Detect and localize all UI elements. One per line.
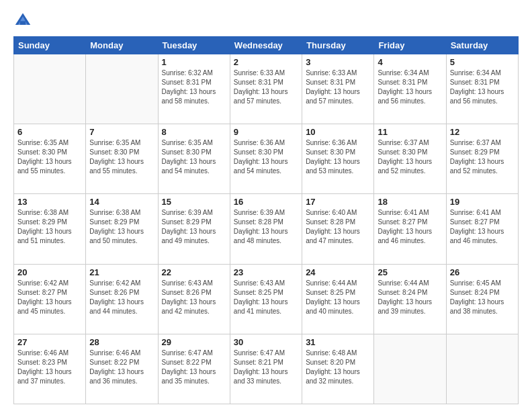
sunrise-text: Sunrise: 6:44 AM: [378, 279, 442, 288]
calendar-header-row: SundayMondayTuesdayWednesdayThursdayFrid…: [14, 37, 519, 54]
day-number: 1: [162, 57, 226, 67]
col-header-thursday: Thursday: [302, 37, 374, 54]
calendar-cell: 7Sunrise: 6:35 AMSunset: 8:30 PMDaylight…: [86, 124, 158, 194]
sunset-text: Sunset: 8:25 PM: [306, 288, 370, 298]
sunset-text: Sunset: 8:31 PM: [234, 78, 298, 87]
calendar-cell: 11Sunrise: 6:37 AMSunset: 8:30 PMDayligh…: [374, 124, 446, 194]
calendar-cell: 18Sunrise: 6:41 AMSunset: 8:27 PMDayligh…: [374, 194, 446, 264]
col-header-sunday: Sunday: [14, 37, 86, 54]
calendar-cell: [86, 54, 158, 124]
daylight-text: Daylight: 13 hours and 39 minutes.: [378, 298, 442, 316]
calendar-cell: 12Sunrise: 6:37 AMSunset: 8:29 PMDayligh…: [446, 124, 518, 194]
daylight-text: Daylight: 13 hours and 37 minutes.: [17, 367, 82, 386]
day-number: 3: [306, 57, 370, 67]
sunset-text: Sunset: 8:20 PM: [306, 358, 370, 367]
calendar-table: SundayMondayTuesdayWednesdayThursdayFrid…: [13, 36, 519, 404]
calendar-cell: 8Sunrise: 6:35 AMSunset: 8:30 PMDaylight…: [158, 124, 230, 194]
calendar-cell: 5Sunrise: 6:34 AMSunset: 8:31 PMDaylight…: [446, 54, 518, 124]
generalblue-logo-icon: [13, 11, 32, 30]
sunrise-text: Sunrise: 6:34 AM: [450, 68, 515, 78]
sunset-text: Sunset: 8:26 PM: [162, 288, 226, 298]
logo: [13, 11, 35, 30]
calendar-cell: 23Sunrise: 6:43 AMSunset: 8:25 PMDayligh…: [230, 264, 302, 334]
sunrise-text: Sunrise: 6:40 AM: [306, 208, 370, 218]
calendar-cell: 25Sunrise: 6:44 AMSunset: 8:24 PMDayligh…: [374, 264, 446, 334]
daylight-text: Daylight: 13 hours and 51 minutes.: [17, 227, 82, 246]
sunset-text: Sunset: 8:22 PM: [162, 358, 226, 367]
daylight-text: Daylight: 13 hours and 54 minutes.: [162, 157, 226, 176]
sunrise-text: Sunrise: 6:38 AM: [89, 208, 154, 218]
day-detail: Sunrise: 6:47 AMSunset: 8:21 PMDaylight:…: [234, 349, 298, 386]
sunrise-text: Sunrise: 6:41 AM: [450, 208, 515, 218]
sunrise-text: Sunrise: 6:32 AM: [162, 68, 226, 78]
day-number: 19: [450, 197, 515, 207]
day-detail: Sunrise: 6:38 AMSunset: 8:29 PMDaylight:…: [89, 208, 154, 246]
day-detail: Sunrise: 6:47 AMSunset: 8:22 PMDaylight:…: [162, 349, 226, 386]
day-detail: Sunrise: 6:36 AMSunset: 8:30 PMDaylight:…: [234, 138, 298, 176]
calendar-week-3: 13Sunrise: 6:38 AMSunset: 8:29 PMDayligh…: [14, 194, 519, 264]
day-detail: Sunrise: 6:44 AMSunset: 8:25 PMDaylight:…: [306, 279, 370, 316]
day-number: 11: [378, 127, 442, 137]
daylight-text: Daylight: 13 hours and 33 minutes.: [234, 367, 298, 386]
col-header-tuesday: Tuesday: [158, 37, 230, 54]
col-header-saturday: Saturday: [446, 37, 518, 54]
day-number: 16: [234, 197, 298, 207]
sunset-text: Sunset: 8:26 PM: [89, 288, 154, 298]
daylight-text: Daylight: 13 hours and 52 minutes.: [450, 157, 515, 176]
day-number: 14: [89, 197, 154, 207]
sunset-text: Sunset: 8:31 PM: [378, 78, 442, 87]
daylight-text: Daylight: 13 hours and 46 minutes.: [450, 227, 515, 246]
sunrise-text: Sunrise: 6:43 AM: [162, 279, 226, 288]
calendar-cell: 15Sunrise: 6:39 AMSunset: 8:29 PMDayligh…: [158, 194, 230, 264]
sunrise-text: Sunrise: 6:35 AM: [89, 138, 154, 148]
col-header-wednesday: Wednesday: [230, 37, 302, 54]
calendar-week-2: 6Sunrise: 6:35 AMSunset: 8:30 PMDaylight…: [14, 124, 519, 194]
sunset-text: Sunset: 8:30 PM: [17, 148, 82, 157]
day-number: 2: [234, 57, 298, 67]
sunrise-text: Sunrise: 6:46 AM: [17, 349, 82, 358]
sunset-text: Sunset: 8:30 PM: [89, 148, 154, 157]
day-number: 26: [450, 267, 515, 277]
daylight-text: Daylight: 13 hours and 41 minutes.: [234, 298, 298, 316]
sunrise-text: Sunrise: 6:39 AM: [162, 208, 226, 218]
sunrise-text: Sunrise: 6:37 AM: [378, 138, 442, 148]
calendar-cell: 31Sunrise: 6:48 AMSunset: 8:20 PMDayligh…: [302, 334, 374, 404]
sunrise-text: Sunrise: 6:46 AM: [89, 349, 154, 358]
day-detail: Sunrise: 6:33 AMSunset: 8:31 PMDaylight:…: [306, 68, 370, 106]
daylight-text: Daylight: 13 hours and 52 minutes.: [378, 157, 442, 176]
calendar-cell: 22Sunrise: 6:43 AMSunset: 8:26 PMDayligh…: [158, 264, 230, 334]
sunrise-text: Sunrise: 6:33 AM: [306, 68, 370, 78]
day-detail: Sunrise: 6:35 AMSunset: 8:30 PMDaylight:…: [17, 138, 82, 176]
day-number: 23: [234, 267, 298, 277]
calendar-cell: 20Sunrise: 6:42 AMSunset: 8:27 PMDayligh…: [14, 264, 86, 334]
sunset-text: Sunset: 8:27 PM: [17, 288, 82, 298]
day-number: 13: [17, 197, 82, 207]
day-detail: Sunrise: 6:41 AMSunset: 8:27 PMDaylight:…: [450, 208, 515, 246]
col-header-friday: Friday: [374, 37, 446, 54]
calendar-week-5: 27Sunrise: 6:46 AMSunset: 8:23 PMDayligh…: [14, 334, 519, 404]
daylight-text: Daylight: 13 hours and 36 minutes.: [89, 367, 154, 386]
day-detail: Sunrise: 6:43 AMSunset: 8:25 PMDaylight:…: [234, 279, 298, 316]
calendar-cell: 21Sunrise: 6:42 AMSunset: 8:26 PMDayligh…: [86, 264, 158, 334]
calendar-cell: 17Sunrise: 6:40 AMSunset: 8:28 PMDayligh…: [302, 194, 374, 264]
day-number: 4: [378, 57, 442, 67]
day-number: 22: [162, 267, 226, 277]
sunset-text: Sunset: 8:30 PM: [162, 148, 226, 157]
sunrise-text: Sunrise: 6:35 AM: [162, 138, 226, 148]
day-number: 27: [17, 337, 82, 347]
day-number: 8: [162, 127, 226, 137]
calendar-cell: 4Sunrise: 6:34 AMSunset: 8:31 PMDaylight…: [374, 54, 446, 124]
day-number: 17: [306, 197, 370, 207]
day-detail: Sunrise: 6:46 AMSunset: 8:23 PMDaylight:…: [17, 349, 82, 386]
day-number: 31: [306, 337, 370, 347]
sunrise-text: Sunrise: 6:34 AM: [378, 68, 442, 78]
sunrise-text: Sunrise: 6:43 AM: [234, 279, 298, 288]
calendar-week-4: 20Sunrise: 6:42 AMSunset: 8:27 PMDayligh…: [14, 264, 519, 334]
header: [13, 11, 519, 30]
daylight-text: Daylight: 13 hours and 56 minutes.: [378, 87, 442, 106]
sunrise-text: Sunrise: 6:42 AM: [17, 279, 82, 288]
sunset-text: Sunset: 8:29 PM: [162, 218, 226, 227]
day-detail: Sunrise: 6:42 AMSunset: 8:27 PMDaylight:…: [17, 279, 82, 316]
calendar-cell: 28Sunrise: 6:46 AMSunset: 8:22 PMDayligh…: [86, 334, 158, 404]
day-number: 24: [306, 267, 370, 277]
